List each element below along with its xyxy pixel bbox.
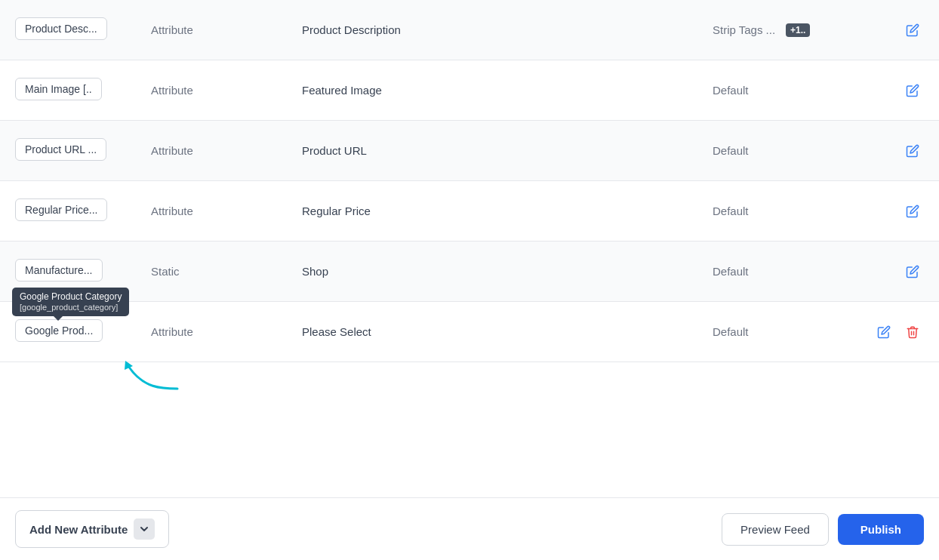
- add-new-label: Add New Attribute: [29, 523, 128, 536]
- preview-feed-button[interactable]: Preview Feed: [722, 513, 829, 546]
- col-value-row-product-url: Product URL: [302, 144, 713, 157]
- delete-button-row-google-prod[interactable]: [901, 321, 924, 343]
- attribute-rows-container: Product Desc... Attribute Product Descri…: [0, 0, 939, 362]
- col-type-row-main-image: Attribute: [151, 84, 302, 97]
- col-type-row-manufacturer: Static: [151, 265, 302, 278]
- col-actions-row-product-url: [848, 140, 924, 162]
- col-modifier-row-product-desc: Strip Tags ...+1..: [713, 23, 848, 37]
- name-badge-row-product-desc: Product Desc...: [15, 17, 107, 40]
- col-actions-row-main-image: [848, 79, 924, 102]
- edit-button-row-google-prod[interactable]: [873, 321, 895, 343]
- modifier-badge-row-product-desc: +1..: [786, 23, 810, 37]
- edit-button-row-manufacturer[interactable]: [901, 260, 924, 283]
- add-new-chevron-icon: [134, 518, 155, 540]
- footer: Add New Attribute Preview Feed Publish: [0, 497, 939, 560]
- attribute-row-row-google-prod: Google Product Category[google_product_c…: [0, 302, 939, 362]
- name-badge-row-regular-price: Regular Price...: [15, 198, 107, 221]
- edit-button-row-regular-price[interactable]: [901, 200, 924, 223]
- edit-button-row-product-url[interactable]: [901, 140, 924, 162]
- col-value-row-google-prod: Please Select: [302, 325, 713, 338]
- col-name-row-product-desc: Product Desc...: [15, 17, 151, 43]
- col-modifier-row-main-image: Default: [713, 84, 848, 97]
- col-actions-row-google-prod: [848, 321, 924, 343]
- name-badge-row-product-url: Product URL ...: [15, 138, 106, 161]
- col-value-row-manufacturer: Shop: [302, 265, 713, 278]
- col-name-row-product-url: Product URL ...: [15, 138, 151, 164]
- footer-right-actions: Preview Feed Publish: [722, 513, 924, 546]
- col-actions-row-regular-price: [848, 200, 924, 223]
- col-actions-row-manufacturer: [848, 260, 924, 283]
- attribute-row-row-product-desc: Product Desc... Attribute Product Descri…: [0, 0, 939, 60]
- col-modifier-row-manufacturer: Default: [713, 265, 848, 278]
- tooltip-row-google-prod: Google Product Category[google_product_c…: [12, 288, 129, 316]
- attribute-row-row-regular-price: Regular Price... Attribute Regular Price…: [0, 181, 939, 242]
- name-badge-row-main-image: Main Image [..: [15, 78, 102, 100]
- edit-button-row-product-desc[interactable]: [901, 19, 924, 42]
- arrow-indicator: [121, 340, 189, 395]
- col-modifier-row-regular-price: Default: [713, 205, 848, 217]
- col-type-row-regular-price: Attribute: [151, 205, 302, 217]
- edit-button-row-main-image[interactable]: [901, 79, 924, 102]
- col-name-row-main-image: Main Image [..: [15, 78, 151, 103]
- col-type-row-product-url: Attribute: [151, 144, 302, 157]
- col-actions-row-product-desc: [848, 19, 924, 42]
- publish-button[interactable]: Publish: [838, 514, 924, 545]
- name-badge-row-google-prod: Google Prod...: [15, 319, 103, 342]
- col-value-row-regular-price: Regular Price: [302, 205, 713, 217]
- name-badge-row-manufacturer: Manufacture...: [15, 259, 103, 282]
- attribute-row-row-main-image: Main Image [.. Attribute Featured Image …: [0, 60, 939, 121]
- col-value-row-main-image: Featured Image: [302, 84, 713, 97]
- col-modifier-row-product-url: Default: [713, 144, 848, 157]
- col-name-row-manufacturer: Manufacture...: [15, 259, 151, 285]
- attribute-row-row-product-url: Product URL ... Attribute Product URL De…: [0, 121, 939, 181]
- col-type-row-google-prod: Attribute: [151, 325, 302, 338]
- col-type-row-product-desc: Attribute: [151, 23, 302, 36]
- col-name-row-regular-price: Regular Price...: [15, 198, 151, 224]
- col-modifier-row-google-prod: Default: [713, 325, 848, 338]
- col-value-row-product-desc: Product Description: [302, 23, 713, 36]
- add-new-attribute-button[interactable]: Add New Attribute: [15, 510, 169, 548]
- attribute-row-row-manufacturer: Manufacture... Static Shop Default: [0, 242, 939, 302]
